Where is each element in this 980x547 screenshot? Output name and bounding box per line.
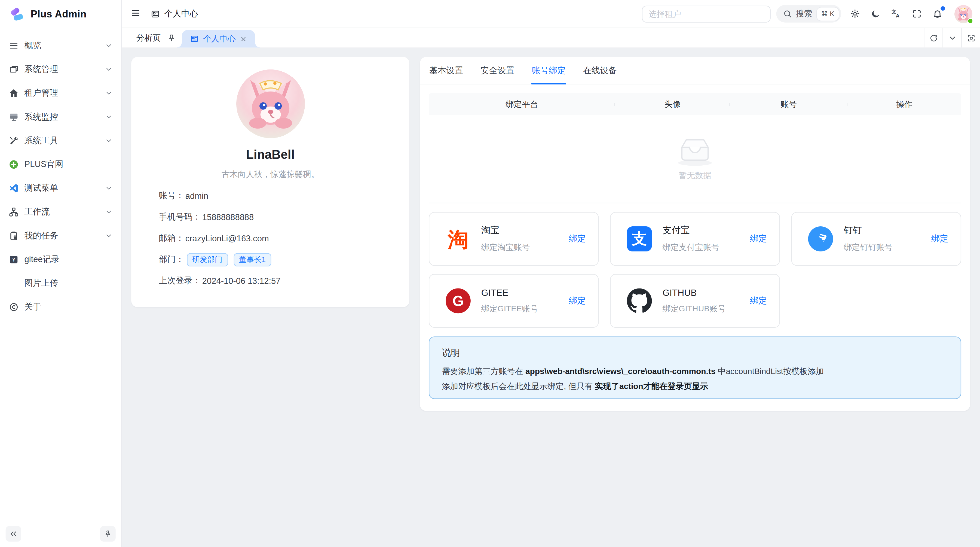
settings-tabs: 基本设置 安全设置 账号绑定 在线设备	[420, 57, 970, 85]
theme-toggle-button[interactable]	[870, 8, 881, 19]
sidebar-item-image-upload[interactable]: 图片上传	[5, 271, 116, 295]
tab-online-devices[interactable]: 在线设备	[582, 57, 618, 84]
fullscreen-button[interactable]	[911, 8, 922, 19]
close-icon[interactable]	[240, 35, 247, 42]
chevron-down-icon	[948, 33, 956, 42]
bind-github-link[interactable]: 绑定	[750, 295, 767, 306]
column-header-actions: 操作	[847, 99, 961, 110]
table-header-row: 绑定平台 头像 账号 操作	[429, 93, 961, 115]
settings-panel: 基本设置 安全设置 账号绑定 在线设备 绑定平台 头像 账号 操作	[420, 57, 970, 411]
sidebar-item-my-tasks[interactable]: 我的任务	[5, 224, 116, 248]
tab-basic-settings[interactable]: 基本设置	[429, 57, 464, 84]
bind-dingtalk-link[interactable]: 绑定	[931, 233, 948, 244]
profile-field-department: 部门： 研发部门 董事长1	[159, 249, 409, 270]
tab-options-button[interactable]	[942, 28, 961, 48]
taobao-icon: 淘	[445, 226, 471, 252]
search-label: 搜索	[796, 8, 812, 19]
note-line-1: 需要添加第三方账号在 apps\web-antd\src\views\_core…	[442, 366, 948, 377]
sidebar-nav: 概览 系统管理 租户管理	[0, 29, 121, 520]
header-actions: 文 A	[850, 5, 972, 23]
user-avatar[interactable]	[955, 5, 973, 23]
tenant-select-input[interactable]	[642, 5, 770, 22]
tab-label: 分析页	[136, 32, 161, 43]
settings-button[interactable]	[850, 8, 861, 19]
menu-icon	[9, 41, 19, 51]
bind-gitee-link[interactable]: 绑定	[569, 295, 585, 306]
bell-icon	[932, 9, 942, 19]
profile-fields: 账号： admin 手机号码： 15888888888 邮箱： crazyLio…	[159, 185, 409, 292]
github-icon	[627, 288, 652, 313]
sidebar-item-system-tools[interactable]: 系统工具	[5, 129, 116, 153]
sidebar-item-about[interactable]: 关于	[5, 295, 116, 319]
sidebar-item-tenant-management[interactable]: 租户管理	[5, 81, 116, 105]
bind-card-github: GITHUB 绑定GITHUB账号 绑定	[610, 274, 780, 328]
clipboard-icon	[9, 231, 19, 241]
tab-bar-controls	[924, 28, 980, 48]
profile-avatar	[236, 69, 305, 139]
refresh-icon	[929, 33, 938, 42]
department-tag: 研发部门	[186, 253, 228, 266]
sidebar-item-test-menu[interactable]: 测试菜单	[5, 176, 116, 200]
column-header-avatar: 头像	[615, 99, 730, 110]
header: 个人中心 搜索 ⌘ K 文 A	[122, 0, 980, 27]
dingtalk-icon	[808, 226, 833, 252]
sidebar-item-system-management[interactable]: 系统管理	[5, 57, 116, 81]
global-search-button[interactable]: 搜索 ⌘ K	[776, 5, 842, 22]
chevron-down-icon	[105, 42, 113, 49]
bind-alipay-link[interactable]: 绑定	[750, 233, 767, 244]
bind-card-title: 支付宝	[663, 225, 739, 236]
profile-field-last-login: 上次登录： 2024-10-06 13:12:57	[159, 270, 409, 292]
binding-cards-grid: 淘 淘宝 绑定淘宝账号 绑定 支 支付宝 绑定支付宝账号 绑定	[429, 212, 961, 328]
app-logo[interactable]: Plus Admin	[0, 0, 121, 29]
id-card-icon	[151, 9, 160, 18]
notifications-button[interactable]	[932, 8, 943, 19]
translate-icon: 文 A	[891, 9, 901, 19]
tab-account-binding[interactable]: 账号绑定	[531, 57, 566, 84]
vscode-icon	[9, 183, 19, 193]
alipay-icon: 支	[627, 226, 652, 252]
maximize-content-button[interactable]	[961, 28, 980, 48]
bind-card-desc: 绑定淘宝账号	[481, 242, 558, 254]
tab-analysis-page[interactable]: 分析页	[122, 28, 182, 48]
tools-icon	[9, 136, 19, 146]
bind-card-taobao: 淘 淘宝 绑定淘宝账号 绑定	[429, 212, 599, 266]
sidebar-item-workflow[interactable]: 工作流	[5, 200, 116, 224]
bind-card-alipay: 支 支付宝 绑定支付宝账号 绑定	[610, 212, 780, 266]
sidebar-item-system-monitor[interactable]: 系统监控	[5, 105, 116, 129]
main-content: LinaBell 古木向人秋，惊蓬掠鬓稠。 账号： admin 手机号码： 15…	[122, 49, 980, 547]
no-icon	[9, 278, 19, 289]
svg-text:¥: ¥	[13, 257, 15, 263]
bind-taobao-link[interactable]: 绑定	[569, 233, 585, 244]
chevron-down-icon	[105, 65, 113, 73]
empty-text: 暂无数据	[679, 170, 711, 181]
bind-card-title: GITHUB	[663, 287, 739, 297]
sidebar-item-plus-website[interactable]: PLUS官网	[5, 153, 116, 176]
app-root: Plus Admin 概览 系统管理	[0, 0, 980, 547]
refresh-button[interactable]	[924, 28, 942, 48]
profile-field-phone: 手机号码： 15888888888	[159, 206, 409, 228]
tab-security-settings[interactable]: 安全设置	[480, 57, 515, 84]
bind-card-title: 淘宝	[481, 225, 558, 236]
note-line-2: 添加对应模板后会在此处显示绑定, 但只有 实现了action才能在登录页显示	[442, 381, 948, 392]
sidebar-toggle-button[interactable]	[130, 8, 142, 19]
chevron-down-icon	[105, 184, 113, 192]
sidebar-item-gitee-records[interactable]: ¥ gitee记录	[5, 248, 116, 271]
id-card-icon	[190, 34, 199, 43]
chevron-down-icon	[105, 208, 113, 216]
bind-card-desc: 绑定支付宝账号	[663, 242, 739, 254]
table-empty-state: 暂无数据	[429, 115, 961, 203]
sidebar-collapse-button[interactable]	[6, 526, 21, 541]
breadcrumb: 个人中心	[151, 8, 198, 19]
tab-profile-center[interactable]: 个人中心	[182, 30, 255, 48]
bind-card-desc: 绑定GITHUB账号	[663, 303, 739, 314]
sidebar-item-overview[interactable]: 概览	[5, 34, 116, 57]
svg-text:A: A	[896, 13, 899, 19]
fullscreen-icon	[912, 9, 922, 19]
online-status-dot	[967, 18, 973, 24]
language-button[interactable]: 文 A	[891, 8, 902, 19]
monitor-icon	[9, 64, 19, 74]
sidebar-pin-button[interactable]	[100, 526, 115, 541]
binding-table: 绑定平台 头像 账号 操作 暂无数据	[429, 93, 961, 203]
profile-bio: 古木向人秋，惊蓬掠鬓稠。	[131, 169, 409, 180]
logo-icon	[8, 6, 25, 23]
